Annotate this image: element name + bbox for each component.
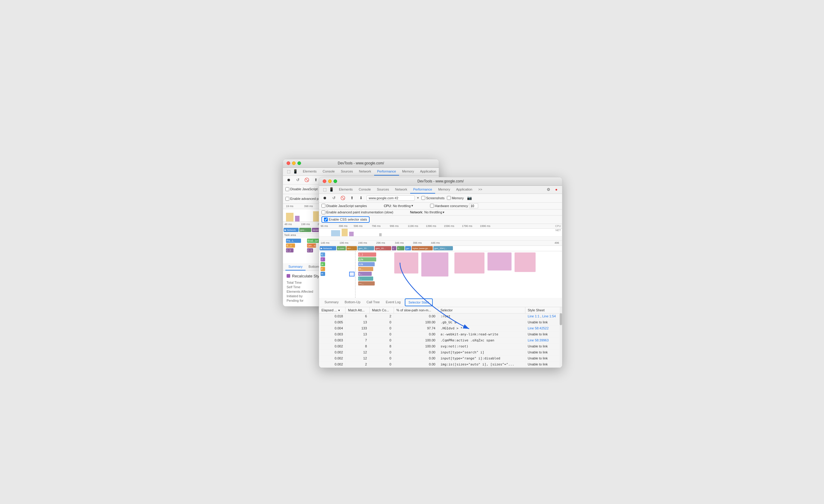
maximize-button-back[interactable] bbox=[297, 161, 301, 165]
stylesheet-link[interactable]: Line 58:39963 bbox=[528, 339, 549, 342]
close-button-back[interactable] bbox=[287, 161, 290, 165]
tab-network-front[interactable]: Network bbox=[392, 186, 410, 194]
options-row1-front: Disable JavaScript samples CPU: No throt… bbox=[319, 203, 562, 210]
bottom-tab-summary-back[interactable]: Summary bbox=[285, 263, 306, 270]
ruler-top-front: 96 ms 396 ms 596 ms 796 ms 996 ms 1196 m… bbox=[319, 224, 562, 229]
flame-ja: ja bbox=[321, 262, 325, 266]
col-match-att[interactable]: Match Att... bbox=[345, 307, 370, 313]
window-title-bar-back: DevTools - www.google.com/ bbox=[283, 159, 439, 168]
tab-performance-back[interactable]: Performance bbox=[374, 168, 399, 175]
chip-hpba-front: hpba (www.go... bbox=[412, 246, 433, 250]
flame-paren-right1: (...) bbox=[358, 252, 376, 257]
hardware-input-front[interactable] bbox=[469, 204, 478, 208]
stylesheet-link[interactable]: Line 1:54 bbox=[542, 314, 556, 318]
chip-network-back: ▶ Network bbox=[284, 228, 299, 232]
record-btn-front[interactable]: ⏺ bbox=[321, 195, 328, 201]
tab-application-front[interactable]: Application bbox=[453, 186, 476, 194]
tab-network-back[interactable]: Network bbox=[356, 168, 374, 175]
scrollbar-v[interactable] bbox=[560, 307, 562, 368]
tab-sources-front[interactable]: Sources bbox=[374, 186, 392, 194]
selected-box-front bbox=[349, 272, 354, 276]
device-icon-front[interactable]: 📱 bbox=[328, 186, 335, 193]
tab-memory-back[interactable]: Memory bbox=[399, 168, 417, 175]
col-elapsed[interactable]: Elapsed ...▼ bbox=[319, 307, 345, 313]
tab-sources-back[interactable]: Sources bbox=[338, 168, 356, 175]
chip-gen20b-front: gen_20... bbox=[375, 246, 391, 250]
tab-console-front[interactable]: Console bbox=[356, 186, 374, 194]
flame-ans-back: (an...s) bbox=[307, 243, 316, 248]
options-row2-front: Enable advanced paint instrumentation (s… bbox=[319, 210, 562, 216]
network-dropdown-front[interactable]: No throttling ▾ bbox=[424, 210, 444, 214]
screenshots-checkbox-front[interactable]: Screenshots bbox=[421, 196, 444, 200]
color-indicator-back bbox=[287, 274, 290, 278]
flame-v: v... bbox=[358, 272, 372, 276]
tab-memory-front[interactable]: Memory bbox=[435, 186, 453, 194]
chip-network-front: ▶ Network bbox=[320, 246, 336, 250]
tab-performance-front[interactable]: Performance bbox=[410, 186, 435, 194]
url-input-front[interactable] bbox=[367, 195, 415, 201]
refresh-red-icon-front[interactable]: ● bbox=[553, 186, 560, 193]
flame-j: J bbox=[321, 257, 325, 261]
bottom-tab-summary-front[interactable]: Summary bbox=[321, 299, 342, 306]
cpu-dropdown-front[interactable]: No throttling ▾ bbox=[393, 204, 413, 208]
table-row: 0.0021200.00input[type="search" i]Unable… bbox=[319, 349, 562, 355]
stylesheet-link[interactable]: Line 58:42522 bbox=[528, 327, 549, 330]
bottom-tab-calltree-front[interactable]: Call Tree bbox=[364, 299, 383, 306]
toolbar-row2-front: ⏺ ↺ 🚫 ⬆ ⬇ ▾ Screenshots Memory 📷 bbox=[319, 194, 562, 203]
hardware-checkbox-front[interactable]: Hardware concurrency bbox=[430, 204, 468, 208]
upload-btn-back[interactable]: ⬆ bbox=[312, 177, 319, 183]
bottom-tab-bottomup-front[interactable]: Bottom-Up bbox=[342, 299, 364, 306]
table-row: 0.004133097.74.HG1dvd > *Line 58:42522 bbox=[319, 325, 562, 331]
col-selector[interactable]: Selector bbox=[438, 307, 525, 313]
bottom-tab-eventlog-front[interactable]: Event Log bbox=[383, 299, 404, 306]
camera-icon-front[interactable]: 📷 bbox=[466, 195, 473, 201]
inspect-icon-front[interactable]: ⬚ bbox=[321, 186, 328, 193]
settings-icon-front[interactable]: ⚙ bbox=[545, 186, 552, 193]
col-stylesheet[interactable]: Style Sheet bbox=[525, 307, 562, 313]
window-title-text-front: DevTools - www.google.com/ bbox=[417, 179, 464, 183]
tabs-bar-back: ⬚ 📱 Elements Console Sources Network Per… bbox=[283, 168, 439, 176]
maximize-button-front[interactable] bbox=[333, 179, 337, 183]
minimize-button-front[interactable] bbox=[328, 179, 332, 183]
scrollbar-thumb[interactable] bbox=[560, 313, 562, 325]
col-match-co[interactable]: Match Co... bbox=[370, 307, 394, 313]
timeline-cursor bbox=[355, 251, 355, 298]
upload-btn-front[interactable]: ⬆ bbox=[348, 195, 355, 201]
tab-elements-front[interactable]: Elements bbox=[336, 186, 356, 194]
stylesheet-link[interactable]: Line 1:1 bbox=[528, 314, 539, 318]
memory-checkbox-front[interactable]: Memory bbox=[447, 196, 464, 200]
tab-elements-back[interactable]: Elements bbox=[300, 168, 320, 175]
net-viz-front bbox=[319, 236, 562, 240]
disable-js-front[interactable]: Disable JavaScript samples bbox=[321, 204, 367, 208]
traffic-lights-front[interactable] bbox=[323, 179, 337, 183]
record-btn-back[interactable]: ⏺ bbox=[285, 177, 292, 183]
flamechart-front: K J ja F H (...) gJa sJa m... v... (... … bbox=[319, 251, 562, 298]
table-row: 0.005130100.00.gb_Uc aUnable to link bbox=[319, 319, 562, 325]
traffic-lights-back[interactable] bbox=[287, 161, 301, 165]
enable-paint-front[interactable]: Enable advanced paint instrumentation (s… bbox=[321, 210, 393, 214]
clear-btn-front[interactable]: 🚫 bbox=[339, 195, 346, 201]
reload-btn-front[interactable]: ↺ bbox=[330, 195, 337, 201]
table-row: 0.018620.00:rootLine 1:1 , Line 1:54 bbox=[319, 313, 562, 319]
tab-application-back[interactable]: Application bbox=[417, 168, 439, 175]
css-selector-checkbox[interactable]: Enable CSS selector stats bbox=[324, 218, 367, 222]
flame-h: H bbox=[321, 272, 325, 276]
download-btn-front[interactable]: ⬇ bbox=[357, 195, 364, 201]
minimize-button-back[interactable] bbox=[292, 161, 296, 165]
flame-sja: sJa bbox=[358, 262, 375, 266]
device-icon-back[interactable]: 📱 bbox=[292, 168, 299, 175]
network-chips-front: ▶ Network s.com m=… gen_20... gen_20... … bbox=[319, 246, 562, 251]
chip-ger-front: ger bbox=[405, 246, 411, 250]
inspect-icon-back[interactable]: ⬚ bbox=[285, 168, 292, 175]
dropdown-arrow-front[interactable]: ▾ bbox=[417, 196, 419, 200]
chip-c-front: c bbox=[392, 246, 396, 250]
clear-btn-back[interactable]: 🚫 bbox=[303, 177, 310, 183]
flame-gja: gJa bbox=[358, 257, 376, 261]
flame-m: m... bbox=[358, 267, 373, 271]
bottom-tab-selector-stats-front[interactable]: Selector Stats bbox=[405, 298, 432, 306]
reload-btn-back[interactable]: ↺ bbox=[294, 177, 301, 183]
close-button-front[interactable] bbox=[323, 179, 326, 183]
tab-console-back[interactable]: Console bbox=[320, 168, 338, 175]
col-pct[interactable]: % of slow-path non-m... bbox=[394, 307, 438, 313]
tab-more-front[interactable]: >> bbox=[475, 186, 485, 194]
